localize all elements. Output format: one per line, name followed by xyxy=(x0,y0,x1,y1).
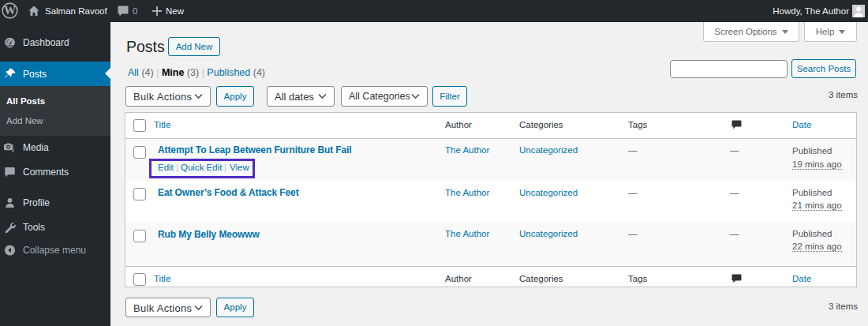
svg-text:W: W xyxy=(4,4,16,17)
